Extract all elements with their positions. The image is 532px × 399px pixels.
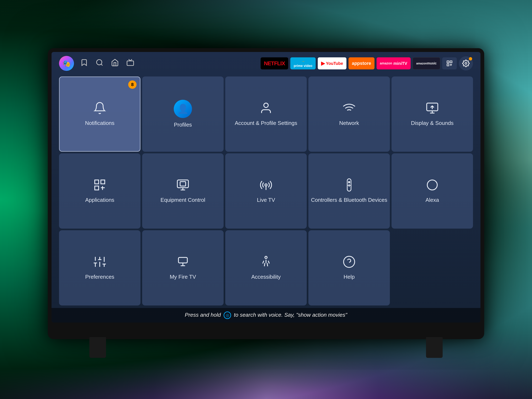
tile-controllers-label: Controllers & Bluetooth Devices: [311, 196, 387, 204]
svg-line-1: [101, 64, 102, 65]
app-minitv[interactable]: amazon miniTV: [377, 57, 411, 70]
svg-point-27: [348, 181, 350, 183]
display-icon: [426, 101, 439, 116]
svg-point-8: [465, 63, 467, 64]
svg-point-44: [343, 256, 355, 267]
tile-equipment-label: Equipment Control: [160, 196, 205, 204]
tile-account[interactable]: Account & Profile Settings: [225, 76, 307, 152]
alexa-button-hint: ◎: [224, 311, 231, 319]
settings-button[interactable]: [459, 56, 473, 70]
tv-stand-right: [426, 337, 443, 358]
empty-cell: [392, 230, 473, 305]
voice-hint-text: Press and hold ◎ to search with voice. S…: [185, 311, 347, 319]
tile-profiles[interactable]: 👤 Profiles: [142, 76, 224, 152]
firetv-icon: [176, 255, 190, 270]
tile-preferences[interactable]: Preferences: [59, 230, 140, 305]
antenna-icon: [259, 178, 273, 193]
svg-rect-17: [95, 186, 99, 190]
tile-livetv-label: Live TV: [257, 196, 275, 204]
notification-badge: 8: [128, 80, 137, 89]
tile-network-label: Network: [339, 120, 359, 127]
svg-rect-5: [447, 64, 449, 66]
accessibility-icon: [259, 255, 273, 270]
svg-point-0: [97, 59, 102, 65]
svg-rect-23: [180, 182, 186, 186]
profile-avatar-icon: 👤: [174, 100, 192, 118]
tile-display[interactable]: Display & Sounds: [392, 76, 473, 152]
bottom-hint-bar: Press and hold ◎ to search with voice. S…: [51, 308, 481, 323]
svg-rect-2: [127, 61, 134, 65]
tile-account-label: Account & Profile Settings: [235, 120, 297, 127]
tile-livetv[interactable]: Live TV: [225, 153, 307, 228]
app-netflix[interactable]: NETFLIX: [261, 57, 288, 70]
tile-controllers[interactable]: Controllers & Bluetooth Devices: [308, 153, 390, 228]
app-grid-button[interactable]: [442, 57, 457, 70]
tile-display-label: Display & Sounds: [411, 120, 453, 127]
svg-rect-16: [101, 180, 105, 184]
tile-network[interactable]: Network: [308, 76, 390, 152]
nav-icons: [80, 59, 134, 68]
svg-rect-20: [177, 180, 188, 188]
tv-stand-left: [89, 337, 106, 358]
tile-myfiretv[interactable]: My Fire TV: [142, 230, 224, 305]
remote-icon: [343, 178, 355, 193]
tile-help[interactable]: Help: [308, 230, 390, 305]
svg-point-30: [427, 180, 437, 190]
tile-notifications-label: Notifications: [85, 120, 114, 127]
svg-rect-15: [95, 180, 99, 184]
app-prime[interactable]: → prime video: [290, 57, 316, 70]
tile-notifications[interactable]: 8 Notifications: [59, 76, 140, 152]
apps-icon: [93, 178, 106, 193]
screen-content: 🎭: [51, 52, 481, 323]
bell-icon: [93, 101, 106, 116]
tv-frame: 🎭: [48, 48, 484, 339]
tile-equipment[interactable]: Equipment Control: [142, 153, 224, 228]
bookmark-icon[interactable]: [80, 59, 88, 68]
tile-alexa[interactable]: Alexa: [392, 153, 473, 228]
tv-icon[interactable]: [126, 59, 134, 68]
app-appstore[interactable]: appstore: [348, 57, 374, 70]
tile-preferences-label: Preferences: [85, 273, 114, 280]
tile-applications-label: Applications: [85, 196, 114, 204]
person-icon: [259, 101, 273, 116]
tile-profiles-label: Profiles: [174, 121, 192, 128]
settings-notification-dot: [469, 57, 472, 60]
svg-rect-40: [178, 258, 187, 263]
svg-rect-3: [447, 61, 449, 63]
search-icon[interactable]: [95, 59, 103, 68]
svg-rect-4: [450, 61, 452, 63]
tile-accessibility-label: Accessibility: [251, 273, 281, 280]
alexa-icon: [426, 178, 439, 193]
tile-help-label: Help: [343, 273, 355, 280]
nav-apps: NETFLIX → prime video ▶ YouTube appstore…: [261, 56, 473, 70]
tile-accessibility[interactable]: Accessibility: [225, 230, 307, 305]
svg-point-43: [265, 256, 267, 259]
svg-point-9: [264, 103, 268, 108]
sliders-icon: [93, 255, 106, 270]
monitor-icon: [176, 178, 190, 193]
nav-bar: 🎭: [51, 52, 481, 75]
tv-screen: 🎭: [51, 52, 481, 323]
app-music[interactable]: amazon music: [413, 57, 440, 70]
tile-applications[interactable]: Applications: [59, 153, 140, 228]
help-icon: [342, 255, 356, 270]
home-icon[interactable]: [111, 59, 119, 68]
settings-grid: 8 Notifications 👤 Profiles: [51, 75, 481, 308]
app-youtube[interactable]: ▶ YouTube: [318, 57, 346, 70]
wifi-icon: [342, 101, 356, 116]
tile-alexa-label: Alexa: [425, 196, 439, 204]
tile-myfiretv-label: My Fire TV: [170, 273, 196, 280]
svg-point-24: [265, 184, 267, 186]
user-avatar[interactable]: 🎭: [59, 56, 74, 71]
